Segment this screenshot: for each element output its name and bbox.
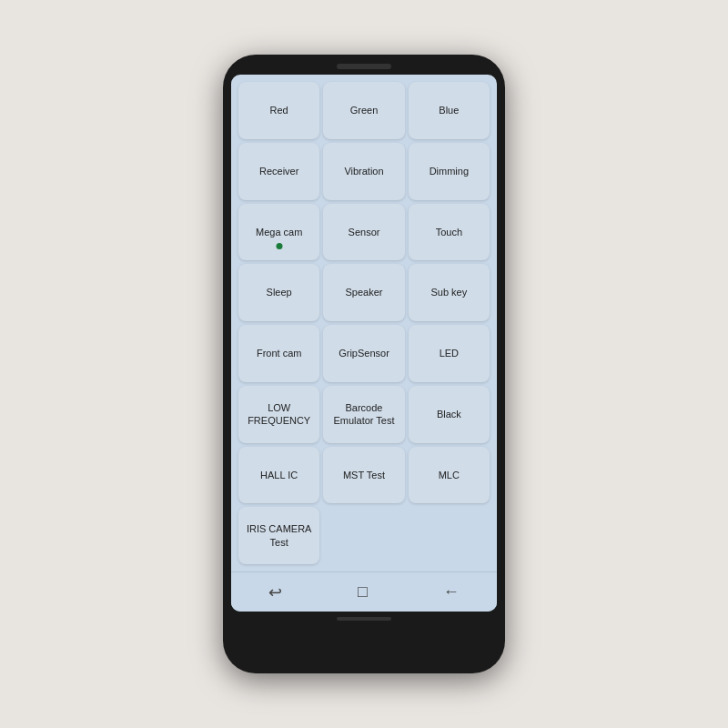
- phone-home-indicator: [337, 617, 391, 621]
- btn-iriscamera[interactable]: IRIS CAMERATest: [238, 507, 319, 564]
- btn-blue[interactable]: Blue: [409, 82, 490, 139]
- nav-home-icon[interactable]: □: [358, 582, 368, 602]
- btn-barcode[interactable]: BarcodeEmulator Test: [323, 386, 404, 443]
- btn-msttest[interactable]: MST Test: [323, 447, 404, 504]
- btn-receiver[interactable]: Receiver: [238, 143, 319, 200]
- phone-device: Red Green Blue Receiver Vibration Dimmin…: [223, 55, 505, 673]
- btn-black[interactable]: Black: [409, 386, 490, 443]
- btn-vibration[interactable]: Vibration: [323, 143, 404, 200]
- btn-red[interactable]: Red: [238, 82, 319, 139]
- btn-speaker[interactable]: Speaker: [323, 264, 404, 321]
- btn-gripsensor[interactable]: GripSensor: [323, 325, 404, 382]
- button-grid: Red Green Blue Receiver Vibration Dimmin…: [238, 82, 490, 564]
- nav-back-icon[interactable]: ↩: [268, 582, 282, 602]
- btn-led[interactable]: LED: [409, 325, 490, 382]
- btn-lowfreq[interactable]: LOWFREQUENCY: [238, 386, 319, 443]
- bottom-nav: ↩ □ ←: [231, 571, 497, 612]
- btn-megacam[interactable]: Mega cam: [238, 204, 319, 261]
- btn-touch[interactable]: Touch: [409, 204, 490, 261]
- btn-frontcam[interactable]: Front cam: [238, 325, 319, 382]
- phone-speaker: [337, 64, 391, 69]
- btn-hallic[interactable]: HALL IC: [238, 447, 319, 504]
- phone-screen: Red Green Blue Receiver Vibration Dimmin…: [231, 75, 497, 612]
- btn-mlc[interactable]: MLC: [409, 447, 490, 504]
- btn-green[interactable]: Green: [323, 82, 404, 139]
- btn-sleep[interactable]: Sleep: [238, 264, 319, 321]
- nav-recent-icon[interactable]: ←: [443, 582, 460, 602]
- screen-content: Red Green Blue Receiver Vibration Dimmin…: [231, 75, 497, 571]
- btn-sensor[interactable]: Sensor: [323, 204, 404, 261]
- btn-dimming[interactable]: Dimming: [409, 143, 490, 200]
- btn-subkey[interactable]: Sub key: [409, 264, 490, 321]
